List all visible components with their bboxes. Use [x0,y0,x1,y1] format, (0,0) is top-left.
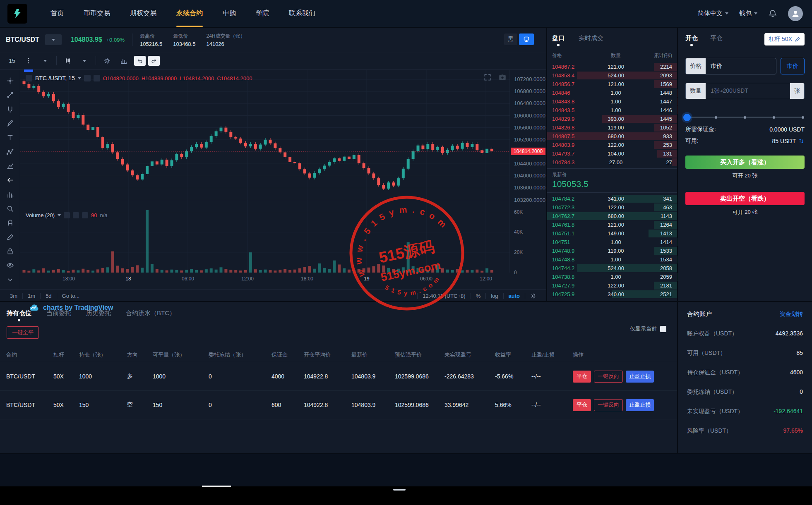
reverse-position-button[interactable]: 一键反向 [594,371,623,383]
lock-icon[interactable] [4,246,16,256]
eye-icon[interactable] [84,75,91,81]
orderbook-bid-row[interactable]: 104761.8121.001264 [547,220,677,229]
theme-dark-button[interactable]: 黑 [504,34,517,45]
close-position-button[interactable]: 平仓 [573,399,591,411]
tp-sl-button[interactable]: 止盈止损 [626,371,654,383]
chevron-down-icon[interactable] [78,77,81,79]
tab-close-position[interactable]: 平仓 [710,34,723,47]
percent-scale-button[interactable]: % [471,293,486,299]
chart-style-icon[interactable] [60,55,76,67]
only-current-toggle[interactable]: 仅显示当前 [630,325,666,333]
orderbook-ask-row[interactable]: 104843.81.001447 [547,97,677,106]
text-icon[interactable] [4,132,16,143]
orderbook-bid-row[interactable]: 104748.9119.001533 [547,247,677,255]
symbol-dropdown[interactable] [45,34,62,45]
orderbook-ask-row[interactable]: 104793.7104.00131 [547,149,677,158]
pattern-icon[interactable] [4,147,16,157]
trendline-icon[interactable] [4,90,16,100]
orderbook-ask-row[interactable]: 104858.4524.002093 [547,71,677,80]
tab-open-position[interactable]: 开仓 [685,34,698,47]
close-icon[interactable] [82,212,88,218]
fullscreen-expand-icon[interactable] [483,73,492,81]
sell-open-short-button[interactable]: 卖出开空（看跌） [685,192,805,205]
price-input[interactable]: 市价 [706,58,776,74]
range-button[interactable]: 3m [5,293,23,299]
orderbook-bid-row[interactable]: 104762.7680.001143 [547,212,677,220]
buy-open-long-button[interactable]: 买入开多（看涨） [685,156,805,169]
nav-item[interactable]: 申购 [213,0,246,27]
quantity-slider[interactable] [687,117,803,118]
language-selector[interactable]: 简体中文 [698,10,728,17]
range-button[interactable]: 1m [23,293,41,299]
only-current-checkbox[interactable] [660,326,666,332]
histogram-icon[interactable] [4,189,16,200]
nav-item[interactable]: 期权交易 [120,0,166,27]
orderbook-ask-row[interactable]: 1048461.001448 [547,89,677,97]
notifications-bell-icon[interactable] [768,9,777,18]
orderbook-bid-row[interactable]: 104744.2524.002058 [547,264,677,273]
slider-handle[interactable] [683,114,691,121]
nav-item[interactable]: 首页 [41,0,74,27]
close-all-button[interactable]: 一键全平 [7,326,39,339]
undo-button[interactable] [134,56,146,66]
orderbook-bid-row[interactable]: 104751.1149.001413 [547,229,677,238]
forecast-icon[interactable] [4,161,16,171]
quantity-input[interactable]: 1张≈200USDT [706,83,790,99]
tab-trades[interactable]: 实时成交 [579,34,603,46]
tab-orderbook[interactable]: 盘口 [552,34,565,46]
nav-item[interactable]: 学院 [246,0,279,27]
positions-tab[interactable]: 持有仓位 [7,309,31,322]
orderbook-ask-row[interactable]: 104803.9122.00253 [547,141,677,149]
orderbook-bid-row[interactable]: 104727.9122.002181 [547,281,677,290]
orderbook-bid-row[interactable]: 104784.2341.00341 [547,194,677,203]
range-button[interactable]: 5d [41,293,57,299]
market-price-button[interactable]: 市价 [781,58,805,74]
candlestick-chart[interactable]: 18:001806:0012:0018:001906:0012:0060K40K… [0,70,546,289]
snapshot-camera-icon[interactable] [498,73,507,81]
orderbook-bid-row[interactable]: 1047511.001414 [547,238,677,247]
indicators-icon[interactable] [116,55,132,67]
orderbook-ask-row[interactable]: 104856.7121.001569 [547,80,677,89]
orderbook-bid-row[interactable]: 104725.9340.002521 [547,290,677,299]
chevron-down-icon[interactable] [58,214,61,216]
pencil-icon[interactable] [4,232,16,242]
tp-sl-button[interactable]: 止盈止损 [626,399,654,411]
dots-menu-icon[interactable] [21,55,36,67]
orderbook-ask-row[interactable]: 104867.2121.002214 [547,62,677,71]
display-mode-button[interactable] [519,34,534,45]
reverse-position-button[interactable]: 一键反向 [594,399,623,411]
pitchfork-icon[interactable] [4,104,16,115]
zoom-icon[interactable] [4,203,16,214]
nav-item[interactable]: 币币交易 [74,0,120,27]
chart-style-dropdown-icon[interactable] [77,55,92,67]
chart-settings-gear-icon[interactable] [99,55,115,67]
orderbook-ask-row[interactable]: 104807.5680.00933 [547,132,677,141]
interval-dropdown-icon[interactable] [37,55,53,67]
arrow-left-icon[interactable] [4,175,16,185]
logo[interactable] [7,4,27,24]
orderbook-ask-row[interactable]: 104843.51.001446 [547,106,677,115]
eye-icon[interactable] [64,212,70,218]
interval-selector[interactable]: 15 [4,55,20,67]
chevron-down-icon[interactable] [4,275,16,285]
gear-icon[interactable] [73,212,79,218]
crosshair-icon[interactable] [4,76,16,86]
nav-item[interactable]: 联系我们 [279,0,325,27]
fund-transfer-link[interactable]: 资金划转 [780,311,803,318]
range-button[interactable]: Go to... [57,293,85,299]
orderbook-bid-row[interactable]: 104748.81.001534 [547,255,677,264]
orderbook-bid-row[interactable]: 104772.3122.00463 [547,203,677,212]
transfer-swap-icon[interactable] [798,138,805,144]
positions-tab[interactable]: 合约流水（BTC） [126,309,175,322]
orderbook-ask-row[interactable]: 104829.9393.001445 [547,115,677,123]
orderbook-ask-row[interactable]: 104784.327.0027 [547,158,677,167]
nav-item[interactable]: 永续合约 [166,0,213,27]
clock-label[interactable]: 12:40:11 (UTC+8) [417,293,470,299]
wallet-menu[interactable]: 钱包 [739,10,757,17]
orderbook-bid-row[interactable]: 104738.81.002059 [547,273,677,281]
collapse-legend-icon[interactable] [26,75,32,81]
bottom-gear-icon[interactable] [525,293,541,299]
brush-icon[interactable] [4,118,16,129]
log-scale-button[interactable]: log [485,293,503,299]
gear-icon[interactable] [94,75,100,81]
